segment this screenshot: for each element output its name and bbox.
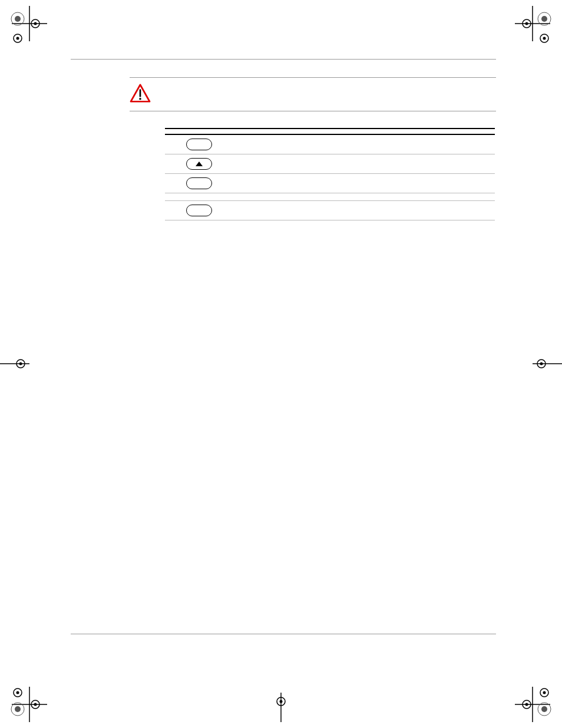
crop-mark-icon xyxy=(0,675,47,722)
svg-point-7 xyxy=(16,37,19,40)
col-action xyxy=(183,129,283,134)
step-action xyxy=(183,201,283,220)
svg-point-27 xyxy=(34,703,37,706)
key-icon xyxy=(186,205,212,216)
caution-box xyxy=(130,77,496,111)
step-num xyxy=(165,154,183,174)
step-action xyxy=(183,134,283,154)
crop-mark-icon xyxy=(515,675,562,722)
svg-point-5 xyxy=(34,22,37,25)
svg-point-32 xyxy=(280,700,283,703)
step-result xyxy=(283,154,495,174)
step-num xyxy=(165,201,183,220)
step-result xyxy=(283,193,495,201)
svg-point-43 xyxy=(139,98,141,100)
step-result xyxy=(283,174,495,193)
crop-mark-icon xyxy=(515,6,562,53)
col-step xyxy=(165,129,183,134)
svg-point-21 xyxy=(540,363,543,365)
svg-point-38 xyxy=(525,703,528,706)
table-row xyxy=(165,174,495,193)
caution-icon xyxy=(130,84,151,103)
caution-text xyxy=(159,84,496,103)
svg-point-25 xyxy=(15,706,21,712)
step-action xyxy=(183,193,283,201)
key-icon xyxy=(186,139,212,150)
top-rule xyxy=(71,59,496,60)
svg-point-18 xyxy=(19,363,22,365)
svg-point-40 xyxy=(543,691,546,694)
svg-point-29 xyxy=(16,691,19,694)
table-row xyxy=(165,154,495,174)
crop-mark-icon xyxy=(0,340,47,387)
svg-point-13 xyxy=(525,22,528,25)
bottom-rule xyxy=(71,634,496,634)
step-result xyxy=(283,134,495,154)
key-icon xyxy=(186,177,212,189)
crop-mark-icon xyxy=(257,675,305,722)
col-result xyxy=(283,129,495,134)
arrow-up-key-icon xyxy=(186,158,212,170)
svg-point-15 xyxy=(543,37,546,40)
crop-mark-icon xyxy=(0,6,47,53)
table-row xyxy=(165,193,495,201)
step-num xyxy=(165,134,183,154)
step-action xyxy=(183,154,283,174)
step-num xyxy=(165,193,183,201)
crop-mark-icon xyxy=(515,340,562,387)
svg-point-3 xyxy=(15,16,21,22)
table-row xyxy=(165,201,495,220)
step-action xyxy=(183,174,283,193)
svg-point-11 xyxy=(541,16,547,22)
svg-point-36 xyxy=(541,706,547,712)
steps-table xyxy=(165,128,495,220)
step-result xyxy=(283,201,495,220)
page-content xyxy=(71,77,496,225)
step-num xyxy=(165,174,183,193)
table-row xyxy=(165,134,495,154)
